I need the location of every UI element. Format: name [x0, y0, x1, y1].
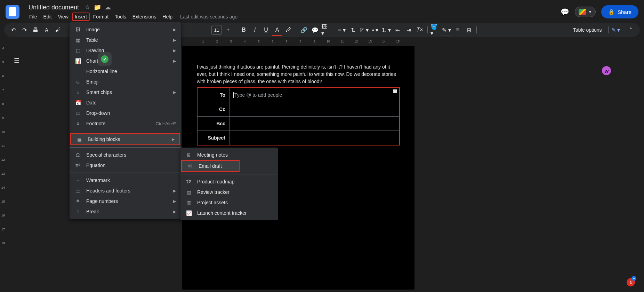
insert-break[interactable]: ⌇Break▶ [70, 206, 181, 217]
meet-button[interactable]: ▼ [575, 7, 596, 17]
cloud-icon[interactable]: ☁ [105, 3, 111, 11]
email-icon: ✉ [187, 163, 194, 169]
indent-increase-button[interactable]: ⇥ [404, 25, 413, 35]
email-bcc-field[interactable] [230, 117, 399, 131]
submenu-project-assets[interactable]: ▥Project assets [180, 197, 278, 208]
insert-horizontal-line[interactable]: —Horizontal line [70, 66, 181, 77]
editing-mode-button[interactable]: ✎ ▾ [611, 27, 620, 33]
insert-dropdown[interactable]: ▭Drop-down [70, 108, 181, 118]
align-button[interactable]: ≡ ▾ [337, 25, 347, 35]
menu-help[interactable]: Help [160, 13, 175, 21]
chevron-right-icon: ▶ [173, 38, 176, 42]
v-ruler-mark: 16 [0, 214, 6, 228]
comments-icon[interactable]: 💬 [561, 8, 569, 16]
spellcheck-button[interactable]: Ａ [42, 25, 51, 35]
line-spacing-button[interactable]: ⇅ [348, 25, 358, 35]
chips-icon: ⟐ [74, 89, 81, 95]
numbered-list-button[interactable]: 1. ▾ [381, 25, 391, 35]
insert-chart[interactable]: 📊Chart▶ [70, 56, 181, 66]
highlight-button[interactable]: 🖍 [283, 25, 293, 35]
doc-title[interactable]: Untitled document [26, 3, 81, 12]
menu-insert[interactable]: Insert [72, 13, 90, 21]
font-size-increase-button[interactable]: + [223, 25, 233, 35]
italic-button[interactable]: I [250, 25, 260, 35]
table-options-button[interactable]: Table options [570, 26, 605, 34]
insert-page-numbers[interactable]: #Page numbers▶ [70, 196, 181, 206]
separator [476, 26, 477, 33]
link-button[interactable]: 🔗 [299, 25, 309, 35]
email-cc-row: Cc [198, 102, 399, 117]
insert-date[interactable]: 📅Date [70, 97, 181, 108]
table-handle-icon[interactable] [393, 89, 397, 93]
docs-logo-icon[interactable] [6, 5, 19, 19]
email-subject-label: Subject [198, 134, 230, 142]
submenu-email-draft[interactable]: ✉Email draft [181, 160, 240, 172]
separator [608, 26, 609, 33]
image-button[interactable]: 🖼 ▾ [321, 25, 331, 35]
menu-view[interactable]: View [55, 13, 71, 21]
underline-button[interactable]: U [261, 25, 271, 35]
fill-color-button[interactable]: 🪣 ▾ [430, 25, 440, 35]
menu-edit[interactable]: Edit [41, 13, 55, 21]
break-icon: ⌇ [74, 209, 81, 214]
outline-toggle-button[interactable]: ☰ [10, 54, 23, 67]
email-subject-field[interactable] [230, 131, 399, 145]
font-size-input[interactable]: 11 [211, 25, 222, 35]
star-icon[interactable]: ☆ [84, 3, 90, 11]
checklist-button[interactable]: ☑ ▾ [359, 25, 369, 35]
v-ruler-mark: 9 [0, 116, 6, 130]
chevron-right-icon: ▶ [173, 210, 176, 214]
insert-drawing[interactable]: ◫Drawing▶ [70, 45, 181, 56]
menu-extensions[interactable]: Extensions [130, 13, 159, 21]
text-color-button[interactable]: A [272, 25, 282, 35]
menu-tools[interactable]: Tools [112, 13, 129, 21]
submenu-meeting-notes[interactable]: 🗎Meeting notes [180, 150, 278, 160]
submenu-review-tracker[interactable]: ▤Review tracker [180, 187, 278, 197]
insert-footnote[interactable]: ≡FootnoteCtrl+Alt+F [70, 118, 181, 129]
h-ruler-mark: 14 [377, 40, 391, 43]
share-button[interactable]: 🔒 Share [601, 5, 638, 18]
separator [180, 174, 278, 174]
insert-table[interactable]: ▦Table▶ [70, 35, 181, 45]
email-cc-field[interactable] [230, 102, 399, 116]
insert-equation[interactable]: π²Equation [70, 160, 181, 171]
border-width-button[interactable]: ≡ [453, 25, 462, 35]
undo-button[interactable]: ↶ [8, 25, 18, 35]
separator [70, 173, 181, 173]
insert-headers-footers[interactable]: ☰Headers and footers▶ [70, 186, 181, 196]
submenu-launch-tracker[interactable]: 📈Launch content tracker [180, 208, 278, 218]
insert-smart-chips[interactable]: ⟐Smart chips▶ [70, 87, 181, 97]
border-color-button[interactable]: ✎ ▾ [442, 25, 451, 35]
bulleted-list-button[interactable]: • ▾ [370, 25, 380, 35]
email-to-field[interactable]: Type @ to add people [230, 88, 399, 102]
bold-button[interactable]: B [239, 25, 249, 35]
email-draft-block[interactable]: To Type @ to add people Cc Bcc Subject [197, 87, 400, 145]
collaborator-avatar[interactable]: w [602, 66, 611, 75]
menu-file[interactable]: File [26, 13, 40, 21]
paint-format-button[interactable]: 🖌 [53, 25, 63, 35]
comment-button[interactable]: 💬 [310, 25, 320, 35]
v-ruler-mark: 13 [0, 172, 6, 186]
clear-formatting-button[interactable]: T× [415, 25, 425, 35]
insert-special-characters[interactable]: ΩSpecial characters [70, 150, 181, 160]
menu-format[interactable]: Format [90, 13, 111, 21]
h-ruler-mark: 7 [280, 40, 293, 43]
indent-decrease-button[interactable]: ⇤ [393, 25, 402, 35]
border-style-button[interactable]: ⊞ [464, 25, 474, 35]
submenu-product-roadmap[interactable]: 🗺Product roadmap [180, 176, 278, 187]
lock-icon: 🔒 [608, 9, 615, 15]
insert-watermark[interactable]: ▫Watermark [70, 175, 181, 186]
last-edit-link[interactable]: Last edit was seconds ago [180, 14, 238, 19]
v-ruler-mark: 18 [0, 242, 6, 255]
redo-button[interactable]: ↷ [19, 25, 29, 35]
insert-image[interactable]: 🖼Image▶ [70, 24, 181, 35]
insert-emoji[interactable]: ☺Emoji [70, 77, 181, 87]
h-ruler-mark: 5 [252, 40, 266, 43]
insert-building-blocks[interactable]: ▣Building blocks▶ [70, 133, 180, 145]
print-button[interactable]: 🖶 [31, 25, 40, 35]
special-icon: Ω [74, 152, 81, 158]
collapse-toolbar-button[interactable]: ˄ [626, 25, 636, 35]
body-paragraph[interactable]: I was just thinking if tattoos are painf… [197, 63, 400, 85]
move-icon[interactable]: 📁 [94, 3, 101, 11]
h-ruler-mark: 13 [363, 40, 377, 43]
